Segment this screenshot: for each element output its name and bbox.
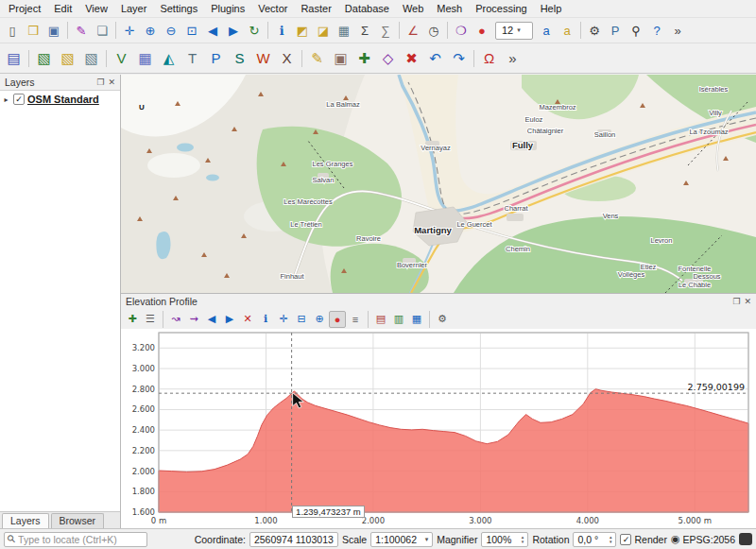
- add-delimited-text-layer-icon[interactable]: T: [180, 46, 204, 70]
- render-checkbox[interactable]: ✓ Render: [620, 534, 666, 545]
- new-geopackage-layer-icon[interactable]: ▧: [32, 46, 56, 70]
- layer-item-osm-standard[interactable]: ▸ ✓ OSM Standard: [0, 91, 120, 108]
- save-project-icon[interactable]: ▣: [43, 20, 64, 41]
- magnifier-spinbox[interactable]: 100% ▴▾: [481, 532, 528, 547]
- capture-curve-icon[interactable]: ↝: [167, 311, 184, 328]
- zoom-full-icon[interactable]: ●: [329, 311, 346, 328]
- export-results-icon[interactable]: ▦: [408, 311, 425, 328]
- delete-selected-icon[interactable]: ✖: [400, 46, 423, 70]
- toolbar-overflow-icon[interactable]: »: [667, 20, 688, 41]
- dock-panel-icon[interactable]: ❐: [732, 297, 740, 306]
- zoom-icon[interactable]: ⊕: [311, 311, 328, 328]
- zoom-next-icon[interactable]: ▶: [223, 20, 244, 41]
- deselect-features-icon[interactable]: ◪: [313, 20, 334, 41]
- tab-browser[interactable]: Browser: [51, 513, 105, 528]
- font-size-spinbox[interactable]: 12▾: [495, 22, 533, 40]
- python-console-icon[interactable]: P: [605, 20, 626, 41]
- layer-labeling-icon[interactable]: a: [557, 20, 577, 41]
- menu-project[interactable]: Project: [2, 1, 47, 16]
- zoom-x-axis-icon[interactable]: ⊟: [293, 311, 310, 328]
- crs-button[interactable]: ◉ EPSG:2056: [671, 533, 735, 545]
- tab-layers[interactable]: Layers: [2, 513, 49, 528]
- menu-raster[interactable]: Raster: [294, 1, 337, 16]
- nudge-left-icon[interactable]: ◀: [203, 311, 220, 328]
- messages-button[interactable]: [739, 533, 752, 545]
- menu-database[interactable]: Database: [338, 1, 396, 16]
- new-project-icon[interactable]: ▯: [2, 20, 23, 41]
- pan-icon[interactable]: ✛: [275, 311, 292, 328]
- add-raster-layer-icon[interactable]: ▦: [133, 46, 157, 70]
- add-wms-layer-icon[interactable]: W: [251, 46, 275, 70]
- dock-panel-icon[interactable]: ❐: [96, 77, 104, 87]
- select-features-icon[interactable]: ◩: [292, 20, 313, 41]
- options-icon[interactable]: ⚙: [434, 311, 451, 328]
- save-layer-edits-icon[interactable]: ▣: [329, 46, 352, 70]
- clear-icon[interactable]: ✕: [239, 311, 256, 328]
- distance-units-icon[interactable]: ≡: [347, 311, 364, 328]
- add-vector-layer-icon[interactable]: V: [110, 46, 133, 70]
- label-toolbar-icon[interactable]: a: [536, 20, 557, 41]
- open-data-source-manager-icon[interactable]: ▤: [2, 46, 26, 70]
- processing-toolbox-icon[interactable]: ⚙: [584, 20, 605, 41]
- style-manager-icon[interactable]: ✎: [71, 20, 92, 41]
- toolbar-overflow-icon[interactable]: »: [501, 46, 524, 70]
- identify-icon[interactable]: ℹ: [257, 311, 274, 328]
- measure-line-icon[interactable]: ∠: [403, 20, 423, 41]
- snapping-options-icon[interactable]: Ω: [477, 46, 501, 70]
- new-3d-map-icon[interactable]: ❍: [451, 20, 472, 41]
- coordinate-input[interactable]: 2560974 1103013: [249, 532, 338, 547]
- add-xyz-layer-icon[interactable]: X: [275, 46, 299, 70]
- layout-manager-icon[interactable]: ❏: [92, 20, 112, 41]
- export-as-pdf-icon[interactable]: ▤: [372, 311, 389, 328]
- pan-map-icon[interactable]: ✛: [119, 20, 140, 41]
- menu-mesh[interactable]: Mesh: [430, 1, 469, 16]
- statistical-summary-icon[interactable]: ∑: [375, 20, 396, 41]
- add-layers-icon[interactable]: ✚: [124, 311, 141, 328]
- capture-from-feature-icon[interactable]: ⇝: [185, 311, 202, 328]
- chart-area[interactable]: 1.6001.8002.0002.2002.4002.6002.8003.000…: [121, 329, 756, 528]
- close-panel-icon[interactable]: ✕: [108, 77, 115, 87]
- redo-icon[interactable]: ↷: [447, 46, 471, 70]
- layer-visibility-checkbox[interactable]: ✓: [13, 94, 25, 105]
- help-icon[interactable]: ?: [646, 20, 667, 41]
- new-shapefile-layer-icon[interactable]: ▧: [56, 46, 79, 70]
- rotation-spinbox[interactable]: 0,0 ° ▴▾: [573, 532, 616, 547]
- add-feature-icon[interactable]: ✚: [352, 46, 376, 70]
- menu-processing[interactable]: Processing: [469, 1, 533, 16]
- search-plugin-icon[interactable]: ⚲: [626, 20, 646, 41]
- open-attribute-table-icon[interactable]: ▦: [334, 20, 354, 41]
- undo-icon[interactable]: ↶: [423, 46, 447, 70]
- identify-features-icon[interactable]: ℹ: [271, 20, 292, 41]
- layer-tree-icon[interactable]: ☰: [142, 311, 159, 328]
- spinner-arrows-icon[interactable]: ▴▾: [610, 535, 612, 544]
- spinner-arrows-icon[interactable]: ▴▾: [522, 535, 524, 544]
- add-postgis-layer-icon[interactable]: P: [204, 46, 228, 70]
- open-project-icon[interactable]: ❒: [23, 20, 43, 41]
- menu-plugins[interactable]: Plugins: [204, 1, 251, 16]
- zoom-out-icon[interactable]: ⊖: [161, 20, 181, 41]
- menu-layer[interactable]: Layer: [114, 1, 154, 16]
- scale-combobox[interactable]: 1:100062 ▾: [370, 532, 433, 547]
- temporal-controller-icon[interactable]: ◷: [423, 20, 444, 41]
- locate-bar[interactable]: ⚲: [4, 532, 147, 547]
- field-calculator-icon[interactable]: Σ: [354, 20, 375, 41]
- new-scratch-layer-icon[interactable]: ▧: [79, 46, 103, 70]
- expander-icon[interactable]: ▸: [2, 95, 10, 104]
- toggle-editing-icon[interactable]: ✎: [305, 46, 329, 70]
- menu-settings[interactable]: Settings: [153, 1, 204, 16]
- export-as-image-icon[interactable]: ▥: [390, 311, 407, 328]
- locate-input[interactable]: [18, 534, 144, 545]
- menu-view[interactable]: View: [78, 1, 114, 16]
- menu-web[interactable]: Web: [396, 1, 430, 16]
- vertex-tool-icon[interactable]: ◇: [376, 46, 400, 70]
- zoom-full-icon[interactable]: ⊡: [181, 20, 202, 41]
- zoom-in-icon[interactable]: ⊕: [140, 20, 161, 41]
- menu-help[interactable]: Help: [534, 1, 569, 16]
- elevation-chart[interactable]: 1.6001.8002.0002.2002.4002.6002.8003.000…: [121, 329, 756, 530]
- refresh-map-icon[interactable]: ↻: [244, 20, 265, 41]
- add-spatialite-layer-icon[interactable]: S: [228, 46, 251, 70]
- add-mesh-layer-icon[interactable]: ◭: [157, 46, 180, 70]
- close-panel-icon[interactable]: ✕: [744, 297, 751, 306]
- record-icon[interactable]: ●: [472, 20, 492, 41]
- map-canvas[interactable]: U La BalmazVernayazLes GrangesSalvanLes …: [121, 75, 756, 293]
